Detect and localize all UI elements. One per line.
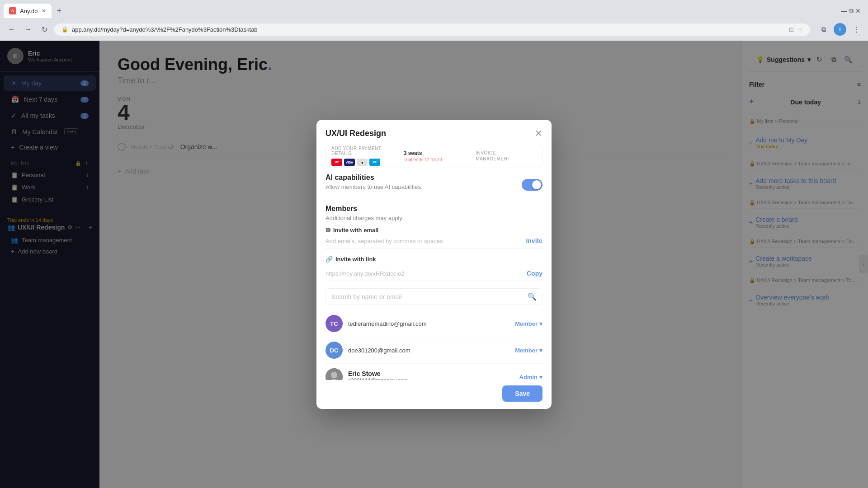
link-row: https://hey.any.do/xRRxdceio2 Copy xyxy=(326,266,542,281)
ai-description: Allow members to use AI capabilities. xyxy=(326,183,423,190)
tab-close-btn[interactable]: ✕ xyxy=(42,8,46,14)
invite-link-section: 🔗 Invite with link https://hey.any.do/xR… xyxy=(326,256,542,281)
back-btn[interactable]: ← xyxy=(5,23,18,36)
chevron-down-dc: ▾ xyxy=(539,347,542,354)
ai-section: AI capabilities Allow members to use AI … xyxy=(326,174,542,196)
ai-title: AI capabilities xyxy=(326,174,423,182)
member-role-eric: Admin xyxy=(519,374,538,380)
seats-section: 3 seats Trial ends 12.18.23 xyxy=(398,146,471,166)
more-btn[interactable]: ⋮ xyxy=(850,23,863,36)
member-role-btn-tc[interactable]: Member ▾ xyxy=(515,320,542,327)
trial-end: Trial ends 12.18.23 xyxy=(404,157,465,162)
copy-btn[interactable]: Copy xyxy=(527,270,542,277)
member-search-row: 🔍 xyxy=(326,288,542,305)
invite-email-input[interactable] xyxy=(326,238,526,244)
modal-close-btn[interactable]: ✕ xyxy=(535,129,542,138)
browser-chrome: A Any.do ✕ + — ⧉ ✕ ← → ↻ 🔒 app.any.do/my… xyxy=(0,0,868,41)
member-role-tc: Member xyxy=(515,320,538,327)
payment-title: Add your payment details xyxy=(331,146,392,156)
modal-dialog: UX/UI Redesign ✕ Add your payment detail… xyxy=(316,120,552,409)
modal-body: AI capabilities Allow members to use AI … xyxy=(316,174,552,380)
window-controls: — ⧉ ✕ xyxy=(841,7,864,15)
modal-footer: Save xyxy=(316,380,552,409)
close-window-btn[interactable]: ✕ xyxy=(855,7,861,14)
seats-value: 3 seats xyxy=(404,150,465,156)
amex-icon: ◆ xyxy=(357,159,368,166)
members-sub: Additional charges may apply xyxy=(326,215,542,221)
invite-email-section: ✉ Invite with email Invite xyxy=(326,227,542,249)
save-btn[interactable]: Save xyxy=(502,385,542,402)
member-email-dc: doe301200@gmail.com xyxy=(348,347,509,354)
member-info-tc: tedlerarnemadino@gmail.com xyxy=(348,320,509,327)
address-bar[interactable]: 🔒 app.any.do/myday?d=anydo%3A%2F%2Fanydo… xyxy=(54,23,810,36)
extensions-btn[interactable]: ⧉ xyxy=(817,23,830,36)
member-info-dc: doe301200@gmail.com xyxy=(348,347,509,354)
reload-btn[interactable]: ↻ xyxy=(38,23,51,36)
lock-icon: 🔒 xyxy=(61,26,68,33)
member-avatar-dc: DC xyxy=(326,342,343,359)
mastercard-icon: MC xyxy=(331,159,342,166)
invoice-sub: management xyxy=(476,156,537,161)
ai-toggle[interactable] xyxy=(522,179,542,191)
member-role-btn-eric[interactable]: Admin ▾ xyxy=(519,374,542,380)
member-avatar-tc: TC xyxy=(326,315,343,332)
cast-icon: ⊡ xyxy=(789,26,794,33)
card-icons: MC VISA ◆ PP xyxy=(331,159,392,166)
member-avatar-eric xyxy=(326,368,343,380)
browser-tab[interactable]: A Any.do ✕ xyxy=(4,4,52,18)
member-item-tc: TC tedlerarnemadino@gmail.com Member ▾ xyxy=(326,310,542,337)
member-item-eric: Eric Stowe c386f444@moodjoy.com Admin ▾ xyxy=(326,364,542,380)
app-layout: E Eric Workspace Account ☀ My day 1 📅 Ne… xyxy=(0,41,868,488)
member-item-dc: DC doe301200@gmail.com Member ▾ xyxy=(326,337,542,364)
chevron-down-tc: ▾ xyxy=(539,320,542,327)
link-icon: 🔗 xyxy=(326,256,333,263)
minimize-btn[interactable]: — xyxy=(841,7,847,14)
bookmark-icon[interactable]: ☆ xyxy=(797,26,803,33)
member-info-eric: Eric Stowe c386f444@moodjoy.com xyxy=(348,370,514,380)
url-text: app.any.do/myday?d=anydo%3A%2F%2Fanydo%3… xyxy=(72,26,258,33)
invite-link-label: 🔗 Invite with link xyxy=(326,256,542,263)
members-title: Members xyxy=(326,205,542,213)
member-email-tc: tedlerarnemadino@gmail.com xyxy=(348,320,509,327)
modal-overlay[interactable]: UX/UI Redesign ✕ Add your payment detail… xyxy=(0,41,868,488)
svg-point-1 xyxy=(331,372,337,378)
invite-email-label: ✉ Invite with email xyxy=(326,227,542,234)
invite-email-row: Invite xyxy=(326,237,542,249)
toggle-knob xyxy=(532,180,541,189)
paypal-icon: PP xyxy=(369,159,380,166)
invoice-title: Invoice xyxy=(476,150,537,155)
chevron-down-eric: ▾ xyxy=(539,374,542,380)
invoice-section: Invoice management xyxy=(470,147,542,165)
invite-btn[interactable]: Invite xyxy=(526,237,542,244)
member-search-input[interactable] xyxy=(331,293,524,300)
forward-btn[interactable]: → xyxy=(22,23,34,36)
search-icon[interactable]: 🔍 xyxy=(528,292,537,301)
tab-title: Any.do xyxy=(20,8,38,14)
email-icon: ✉ xyxy=(326,227,330,234)
member-role-dc: Member xyxy=(515,347,538,354)
tab-favicon: A xyxy=(9,7,16,14)
member-name-eric: Eric Stowe xyxy=(348,370,514,377)
modal-title: UX/UI Redesign xyxy=(326,129,386,138)
invite-link-url: https://hey.any.do/xRRxdceio2 xyxy=(326,270,527,277)
maximize-btn[interactable]: ⧉ xyxy=(849,7,854,15)
payment-section: Add your payment details MC VISA ◆ PP xyxy=(326,144,398,168)
new-tab-btn[interactable]: + xyxy=(53,5,66,18)
profile-btn[interactable]: I xyxy=(834,23,846,36)
modal-header: UX/UI Redesign ✕ xyxy=(316,120,552,138)
member-role-btn-dc[interactable]: Member ▾ xyxy=(515,347,542,354)
ai-toggle-row: AI capabilities Allow members to use AI … xyxy=(326,174,542,196)
members-section: Members Additional charges may apply ✉ I… xyxy=(326,205,542,380)
visa-icon: VISA xyxy=(344,159,355,166)
plan-banner: Add your payment details MC VISA ◆ PP 3 … xyxy=(326,144,542,168)
